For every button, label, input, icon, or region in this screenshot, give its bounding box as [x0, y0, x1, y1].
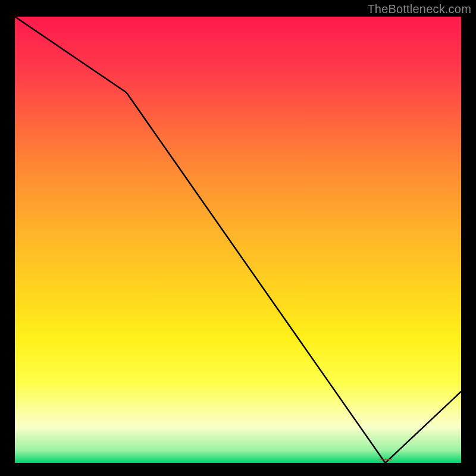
plot-area: ·········: [15, 17, 461, 463]
chart-container: TheBottleneck.com ·········: [0, 0, 476, 476]
optimal-label: ·········: [379, 455, 392, 463]
attribution-text: TheBottleneck.com: [367, 2, 471, 16]
bottleneck-curve: [15, 17, 461, 463]
